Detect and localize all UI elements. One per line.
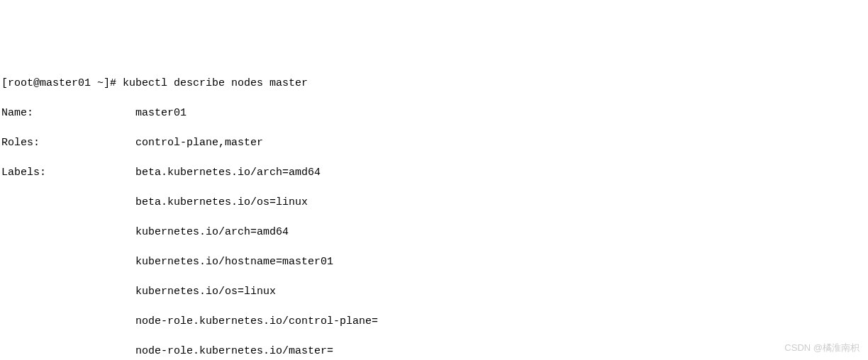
label-value: beta.kubernetes.io/arch=amd64: [135, 165, 321, 180]
label-value: kubernetes.io/os=linux: [135, 284, 276, 299]
command-prompt: [root@master01 ~]# kubectl describe node…: [1, 76, 308, 91]
watermark: CSDN @橘淮南枳: [784, 342, 859, 354]
name-value: master01: [135, 106, 187, 120]
label-value: kubernetes.io/arch=amd64: [135, 225, 289, 240]
label-value: kubernetes.io/hostname=master01: [135, 254, 333, 269]
roles-key: Roles:: [1, 135, 135, 150]
label-value: node-role.kubernetes.io/control-plane=: [135, 314, 378, 329]
name-key: Name:: [1, 106, 135, 120]
label-value: beta.kubernetes.io/os=linux: [135, 195, 308, 210]
roles-value: control-plane,master: [135, 135, 263, 150]
labels-key: Labels:: [1, 165, 135, 180]
label-value: node-role.kubernetes.io/master=: [135, 344, 333, 359]
terminal-output: [root@master01 ~]# kubectl describe node…: [1, 61, 867, 360]
